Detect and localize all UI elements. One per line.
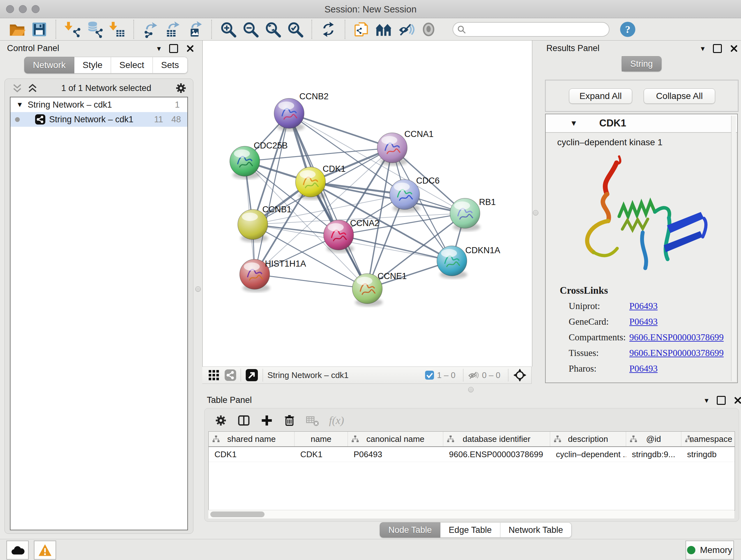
fit-selected-crosshair-icon[interactable] <box>513 368 527 382</box>
column-header-description[interactable]: description <box>550 432 626 446</box>
collapse-panel-icon[interactable]: ▾ <box>157 45 161 52</box>
open-session-icon[interactable] <box>8 20 26 39</box>
search-input[interactable] <box>453 22 610 37</box>
gene-expander-icon[interactable]: ▼ <box>570 119 578 128</box>
node-CDC6[interactable] <box>390 179 420 212</box>
column-header-shared-name[interactable]: shared name <box>209 432 294 446</box>
columns-icon[interactable] <box>237 414 251 427</box>
bottom-splitter-handle[interactable] <box>468 387 474 392</box>
hide-selected-icon[interactable] <box>397 20 415 39</box>
network-badge-icon[interactable] <box>225 369 236 381</box>
import-table-file-icon[interactable] <box>108 20 126 39</box>
crosslink-link[interactable]: P06493 <box>629 301 658 311</box>
collapse-results-icon[interactable]: ▾ <box>701 45 704 52</box>
table-cell[interactable]: CDK1 <box>294 447 348 462</box>
tab-edge-table[interactable]: Edge Table <box>441 522 500 538</box>
network-row-selected[interactable]: String Network – cdk1 11 48 <box>10 112 187 127</box>
node-RB1[interactable] <box>450 198 480 231</box>
hidden-eye-icon[interactable] <box>468 370 479 380</box>
column-header-name[interactable]: name <box>294 432 348 446</box>
expand-all-button[interactable]: Expand All <box>569 88 632 104</box>
node-CCNA2[interactable] <box>324 220 354 253</box>
network-collection-row[interactable]: ▼ String Network – cdk1 1 <box>10 98 187 112</box>
network-canvas[interactable]: CCNB2CCNA1CDC25BCDK1CDC6RB1CCNB1CCNA2CDK… <box>202 41 532 367</box>
tab-string[interactable]: String <box>622 56 662 71</box>
cloud-button[interactable] <box>6 541 29 560</box>
export-image-icon[interactable] <box>186 20 204 39</box>
column-header-canonical-name[interactable]: canonical name <box>348 432 443 446</box>
network-type-icon <box>35 114 45 125</box>
help-icon[interactable]: ? <box>618 20 637 39</box>
zoom-out-icon[interactable] <box>241 20 260 39</box>
left-splitter-handle[interactable] <box>195 287 201 292</box>
collapse-table-icon[interactable]: ▾ <box>704 396 709 404</box>
crosslink-link[interactable]: P06493 <box>629 316 658 327</box>
tree-expander-icon[interactable]: ▼ <box>16 101 23 109</box>
tab-network-table[interactable]: Network Table <box>500 522 572 538</box>
close-results-icon[interactable] <box>730 45 738 52</box>
float-results-icon[interactable] <box>713 44 722 53</box>
save-session-icon[interactable] <box>30 20 49 39</box>
tab-network[interactable]: Network <box>24 57 74 73</box>
close-table-icon[interactable] <box>734 396 741 404</box>
node-CCNB2[interactable] <box>274 98 305 131</box>
network-options-gear-icon[interactable] <box>175 82 187 95</box>
table-row[interactable]: CDK1CDK1P064939606.ENSP00000378699cyclin… <box>209 447 735 462</box>
gene-header-row[interactable]: ▼ CDK1 <box>546 114 737 133</box>
function-builder-icon[interactable]: f(x) <box>329 415 344 427</box>
right-splitter-handle[interactable] <box>533 210 538 215</box>
table-hscrollbar[interactable] <box>208 510 734 518</box>
tab-style[interactable]: Style <box>74 57 111 73</box>
zoom-in-icon[interactable] <box>219 20 238 39</box>
first-neighbors-icon[interactable] <box>375 20 393 39</box>
float-table-icon[interactable] <box>717 396 726 405</box>
tab-select[interactable]: Select <box>111 57 153 73</box>
column-header--id[interactable]: @id <box>626 432 681 446</box>
column-header-namespace[interactable]: namespace <box>681 432 735 446</box>
column-header-database-identifier[interactable]: database identifier <box>443 432 550 446</box>
table-hscroll-thumb[interactable] <box>210 511 265 517</box>
grid-view-icon[interactable] <box>208 369 219 381</box>
delete-table-icon[interactable] <box>306 414 320 427</box>
gear-icon[interactable] <box>214 414 227 427</box>
node-CDK1[interactable] <box>295 167 326 200</box>
birds-eye-view-icon[interactable] <box>246 369 258 381</box>
table-cell[interactable]: P06493 <box>348 447 443 462</box>
refresh-icon[interactable] <box>319 20 338 39</box>
memory-button[interactable]: Memory <box>685 541 734 560</box>
table-cell[interactable]: 9606.ENSP00000378699 <box>443 447 550 462</box>
show-all-icon[interactable] <box>419 20 438 39</box>
collapse-all-button[interactable]: Collapse All <box>644 88 715 104</box>
import-network-file-icon[interactable] <box>63 20 82 39</box>
zoom-selected-icon[interactable] <box>286 20 305 39</box>
zoom-fit-icon[interactable] <box>264 20 282 39</box>
table-cell[interactable]: stringdb:9... <box>626 447 681 462</box>
collapse-all-tree-icon[interactable] <box>27 83 38 94</box>
node-CCNB1[interactable] <box>238 209 268 242</box>
delete-column-icon[interactable] <box>283 414 296 427</box>
expand-all-tree-icon[interactable] <box>12 83 23 94</box>
crosslink-link[interactable]: P06493 <box>629 363 658 374</box>
table-cell[interactable]: CDK1 <box>209 447 294 462</box>
tab-node-table[interactable]: Node Table <box>380 522 441 538</box>
table-cell[interactable]: cyclin–dependent ... <box>550 447 626 462</box>
selected-checkbox-icon[interactable] <box>425 370 434 380</box>
add-column-icon[interactable] <box>260 414 273 427</box>
clone-network-icon[interactable] <box>352 20 371 39</box>
import-network-database-icon[interactable] <box>85 20 104 39</box>
float-panel-icon[interactable] <box>169 44 178 53</box>
tab-sets[interactable]: Sets <box>153 57 188 73</box>
export-network-icon[interactable] <box>141 20 159 39</box>
crosslink-link[interactable]: 9606.ENSP00000378699 <box>629 332 724 343</box>
crosslink-link[interactable]: 9606.ENSP00000378699 <box>629 348 724 358</box>
main-toolbar: ? <box>0 18 741 41</box>
node-CDKN1A[interactable] <box>437 246 467 279</box>
close-panel-icon[interactable] <box>186 45 194 52</box>
table-cell[interactable]: stringdb <box>681 447 735 462</box>
node-CDC25B[interactable] <box>230 146 260 179</box>
warning-button[interactable] <box>34 541 56 560</box>
results-scrollbar[interactable] <box>731 116 736 381</box>
node-CCNA1[interactable] <box>377 133 408 166</box>
cytoscape-window: Session: New Session <box>0 0 741 560</box>
export-table-icon[interactable] <box>163 20 182 39</box>
